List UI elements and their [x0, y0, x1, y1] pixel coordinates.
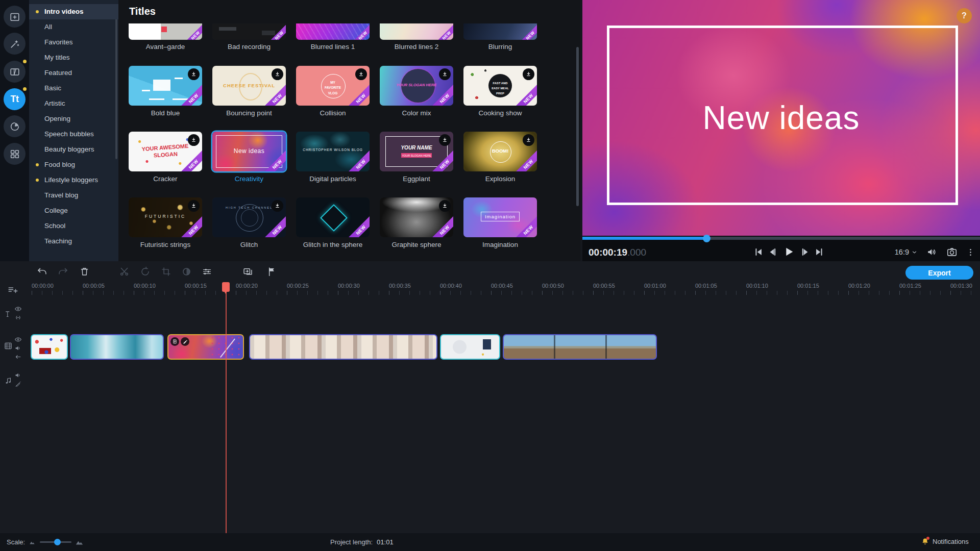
title-template-avant-garde[interactable]: NEW — [129, 23, 202, 40]
skip-end-button[interactable] — [814, 246, 825, 258]
delete-button[interactable] — [79, 266, 90, 277]
template-label: Futuristic strings — [124, 241, 207, 248]
sidebar-item-college[interactable]: College — [29, 203, 118, 218]
ruler-timestamp: 00:00:00 — [32, 283, 54, 289]
playback-controls — [753, 245, 825, 258]
sidebar-item-label: Artistic — [44, 99, 65, 107]
properties-button[interactable] — [202, 266, 212, 277]
title-template-bouncing-point[interactable]: CHEESE FESTIVALNEW — [212, 66, 286, 106]
sidebar-item-speech-bubbles[interactable]: Speech bubbles — [29, 127, 118, 142]
sidebar-item-intro-videos[interactable]: Intro videos — [29, 4, 118, 19]
titles-icon: Tt — [11, 94, 19, 105]
title-template-eggplant[interactable]: YOUR NAMEYOUR SLOGAN HERENEW — [380, 132, 453, 171]
title-template-cracker[interactable]: YOUR AWESOME SLOGANNEW — [129, 132, 202, 171]
rail-item-import[interactable] — [4, 6, 26, 28]
more-options-button[interactable] — [966, 248, 975, 257]
title-template-bad-recording[interactable]: NEW — [212, 23, 286, 40]
confetti-title-clip[interactable] — [31, 334, 68, 360]
sidebar-item-my-titles[interactable]: My titles — [29, 50, 118, 65]
seek-bar[interactable] — [582, 237, 980, 240]
skip-start-button[interactable] — [753, 246, 764, 258]
ruler-timestamp: 00:01:10 — [746, 283, 768, 289]
sidebar-item-travel-blog[interactable]: Travel blog — [29, 188, 118, 203]
title-template-futuristic-strings[interactable]: FUTURISTICNEW — [129, 197, 202, 237]
sidebar-item-opening[interactable]: Opening — [29, 111, 118, 127]
scale-slider-knob[interactable] — [54, 539, 61, 545]
city-video-clip[interactable] — [249, 334, 437, 360]
title-template-graphite-sphere[interactable]: NEW — [380, 197, 453, 237]
seek-knob[interactable] — [703, 235, 710, 242]
audio-track-edit-toggle[interactable] — [14, 380, 22, 388]
timeline: Export 00:00:0000:00:0500:00:1000:00:150… — [0, 261, 980, 533]
video-track-arrow-toggle[interactable] — [14, 353, 22, 361]
creativity-title-clip[interactable] — [167, 334, 244, 360]
sidebar-item-school[interactable]: School — [29, 218, 118, 234]
rail-item-transitions[interactable] — [4, 61, 26, 83]
title-template-color-mix[interactable]: YOUR SLOGAN HERENEW — [380, 66, 453, 106]
video-track-visibility-toggle[interactable] — [14, 336, 22, 343]
title-template-explosion[interactable]: BOOM!NEW — [463, 132, 537, 171]
template-label: Imagination — [458, 241, 542, 248]
rail-item-more-tools[interactable] — [4, 143, 26, 165]
frame-back-button[interactable] — [768, 246, 779, 258]
sidebar-item-lifestyle-bloggers[interactable]: Lifestyle bloggers — [29, 172, 118, 188]
title-template-imagination[interactable]: ImaginationNEW — [463, 197, 537, 237]
frame-forward-button[interactable] — [799, 246, 810, 258]
undo-button[interactable] — [37, 266, 47, 277]
title-template-blurred-lines-1[interactable]: NEW — [296, 23, 370, 40]
volume-button[interactable] — [926, 246, 938, 258]
title-template-bold-blue[interactable]: NEW — [129, 66, 202, 106]
template-label: Avant–garde — [124, 43, 207, 51]
download-icon — [188, 200, 200, 212]
sticker-clip[interactable] — [440, 334, 500, 360]
title-template-blurred-lines-2[interactable]: NEW — [380, 23, 453, 40]
sidebar-item-food-blog[interactable]: Food blog — [29, 157, 118, 172]
timeline-ruler[interactable]: 00:00:0000:00:0500:00:1000:00:1500:00:20… — [0, 282, 980, 296]
titles-scrollbar[interactable] — [576, 47, 579, 206]
marker-button[interactable] — [266, 266, 277, 277]
snapshot-button[interactable] — [946, 246, 958, 258]
sidebar-item-artistic[interactable]: Artistic — [29, 96, 118, 111]
title-track-visibility-toggle[interactable] — [14, 305, 22, 313]
new-content-dot — [36, 10, 39, 13]
overlay-button[interactable] — [242, 266, 253, 277]
notifications-button[interactable]: Notifications — [921, 537, 969, 546]
title-template-glitch-in-sphere[interactable]: NEW — [296, 197, 370, 237]
title-template-glitch[interactable]: HIGH TECH CHANNELNEW — [212, 197, 286, 237]
sidebar-item-featured[interactable]: Featured — [29, 65, 118, 81]
audio-track-mute-toggle[interactable] — [14, 371, 22, 379]
sidebar-item-beauty-bloggers[interactable]: Beauty bloggers — [29, 142, 118, 157]
sidebar-item-favorites[interactable]: Favorites — [29, 35, 118, 50]
rail-item-stickers[interactable] — [4, 115, 26, 137]
ruler-timestamp: 00:00:20 — [236, 283, 258, 289]
title-template-digital-particles[interactable]: CHRISTOPHER WILSON BLOGNEW — [296, 132, 370, 171]
template-label: Digital particles — [291, 175, 375, 183]
rail-item-titles[interactable]: Tt — [4, 88, 26, 110]
sidebar-item-teaching[interactable]: Teaching — [29, 234, 118, 249]
video-track-mute-toggle[interactable] — [14, 344, 22, 352]
sidebar-item-basic[interactable]: Basic — [29, 81, 118, 96]
zoom-in-mountain-icon[interactable] — [75, 538, 84, 546]
title-template-creativity[interactable]: New ideasNEW — [212, 132, 286, 171]
help-button[interactable]: ? — [957, 8, 972, 23]
play-button[interactable] — [782, 245, 795, 258]
title-template-blurring[interactable]: NEW — [463, 23, 537, 40]
mountain-video-clip[interactable] — [503, 334, 657, 360]
title-template-collision[interactable]: MY FAVORITE VLOGNEW — [296, 66, 370, 106]
template-label: Eggplant — [375, 175, 458, 183]
zoom-out-mountain-icon[interactable] — [29, 539, 36, 545]
aspect-ratio-select[interactable]: 16:9 — [895, 248, 918, 256]
title-track-link-toggle[interactable] — [14, 314, 22, 321]
title-template-cooking-show[interactable]: FAST AND EASY MEAL PREPNEW — [463, 66, 537, 106]
video-track-icon — [4, 341, 13, 350]
playhead-handle[interactable] — [222, 282, 230, 292]
template-preview-text: FUTURISTIC — [129, 214, 202, 219]
ocean-video-clip[interactable] — [70, 334, 164, 360]
template-preview-text: YOUR NAME — [380, 145, 453, 151]
export-button[interactable]: Export — [905, 266, 973, 280]
add-track-button[interactable] — [7, 285, 18, 296]
sidebar-item-label: Lifestyle bloggers — [44, 176, 98, 184]
ruler-timestamp: 00:00:50 — [542, 283, 564, 289]
sidebar-item-all[interactable]: All — [29, 19, 118, 35]
rail-item-filters[interactable] — [4, 33, 26, 55]
